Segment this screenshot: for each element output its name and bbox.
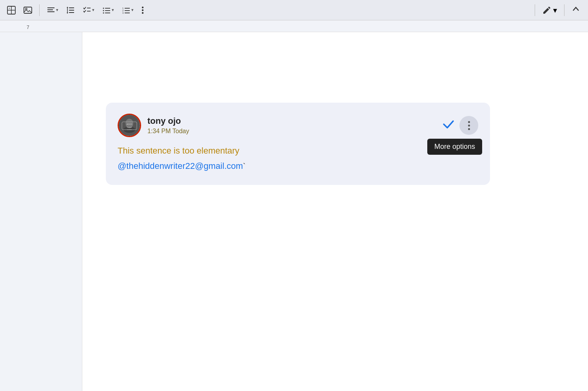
more-options-button[interactable] <box>459 116 478 135</box>
comment-header: ADCO Central London tony ojo 1:34 PM Tod… <box>118 114 478 137</box>
checklist-button[interactable]: ▾ <box>80 4 97 16</box>
comment-meta: tony ojo 1:34 PM Today <box>147 116 189 135</box>
comment-body: This sentence is too elementary @thehidd… <box>118 144 478 172</box>
toolbar-divider-2 <box>535 4 535 16</box>
comment-author: tony ojo <box>147 116 189 126</box>
comment-text-line1: This sentence is too elementary <box>118 144 478 157</box>
pencil-chevron: ▾ <box>553 5 557 15</box>
comment-card: ADCO Central London tony ojo 1:34 PM Tod… <box>106 103 490 185</box>
add-image-icon <box>24 6 32 14</box>
collapse-button[interactable] <box>568 3 583 17</box>
numbered-list-icon: 1 2 3 <box>122 6 131 14</box>
checklist-chevron: ▾ <box>92 7 94 13</box>
avatar-svg: ADCO Central London <box>119 115 140 136</box>
toolbar-divider-3 <box>564 4 564 16</box>
dot-1 <box>468 121 470 123</box>
toolbar-right: ▾ <box>533 3 583 17</box>
collapse-icon <box>572 5 580 13</box>
numbered-list-chevron: ▾ <box>131 7 134 13</box>
text-align-button[interactable]: ▾ <box>44 4 61 16</box>
line-spacing-icon <box>66 6 75 14</box>
add-table-icon: + <box>7 6 16 14</box>
comment-time: 1:34 PM Today <box>147 128 189 135</box>
dot-2 <box>468 125 470 127</box>
add-table-button[interactable]: + <box>5 4 18 16</box>
comment-cursor: ` <box>243 162 246 170</box>
toolbar-divider-1 <box>39 4 40 16</box>
svg-text:Central: Central <box>127 126 132 128</box>
toolbar: + ▾ <box>0 0 588 20</box>
svg-text:+: + <box>9 7 10 9</box>
comment-mention: @thehiddenwriter22@gmail.com <box>118 161 243 171</box>
comment-actions: More options <box>442 116 478 135</box>
more-options-tooltip: More options <box>427 139 482 155</box>
svg-point-16 <box>103 7 104 9</box>
bullet-list-button[interactable]: ▾ <box>100 4 116 16</box>
text-align-icon <box>47 6 55 14</box>
svg-rect-5 <box>24 7 32 13</box>
svg-point-18 <box>103 10 104 11</box>
svg-point-20 <box>103 12 104 13</box>
checklist-icon <box>83 6 91 14</box>
pencil-icon <box>542 5 552 15</box>
svg-point-28 <box>142 6 143 8</box>
svg-point-29 <box>142 9 143 11</box>
document-area: ADCO Central London tony ojo 1:34 PM Tod… <box>0 32 588 391</box>
avatar-image: ADCO Central London <box>119 115 140 136</box>
bullet-list-icon <box>102 6 111 14</box>
svg-text:London: London <box>127 129 132 130</box>
svg-text:ADCO: ADCO <box>127 123 132 125</box>
more-toolbar-icon <box>142 6 144 14</box>
svg-text:3: 3 <box>122 12 124 14</box>
text-align-chevron: ▾ <box>56 7 58 13</box>
comment-text-line2: @thehiddenwriter22@gmail.com` <box>118 159 478 172</box>
numbered-list-button[interactable]: 1 2 3 ▾ <box>120 4 136 16</box>
left-margin <box>0 32 82 391</box>
resolve-button[interactable] <box>442 118 455 133</box>
add-image-button[interactable] <box>21 4 34 16</box>
line-spacing-button[interactable] <box>64 4 77 16</box>
svg-point-30 <box>142 12 143 13</box>
ruler-ticks: // Will be rendered via inline SVG ticks <box>0 26 588 32</box>
bullet-list-chevron: ▾ <box>112 7 114 13</box>
more-toolbar-button[interactable] <box>139 4 146 16</box>
ruler: 7 // Will be rendered via inline SVG tic… <box>0 20 588 32</box>
checkmark-icon <box>442 118 455 130</box>
avatar: ADCO Central London <box>118 114 141 137</box>
pencil-button[interactable]: ▾ <box>539 4 560 16</box>
document-content: ADCO Central London tony ojo 1:34 PM Tod… <box>82 32 588 391</box>
dot-3 <box>468 128 470 130</box>
